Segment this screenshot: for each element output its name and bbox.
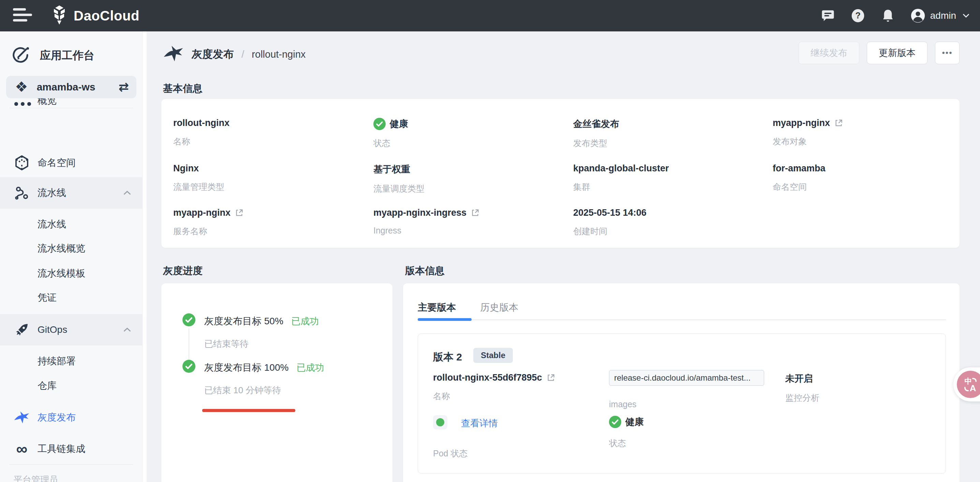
overview-dots-icon <box>14 102 31 106</box>
brand: DaoCloud <box>51 0 140 31</box>
field-service-name: myapp-nginx 服务名称 <box>173 207 244 237</box>
external-link-icon <box>546 373 555 382</box>
svg-text:?: ? <box>855 11 861 20</box>
update-version-button[interactable]: 更新版本 <box>867 41 928 64</box>
step1-success-icon <box>183 313 196 326</box>
pod-status-label: Pod 状态 <box>433 448 468 459</box>
top-navigation-bar: DaoCloud ? admin <box>0 0 980 31</box>
pod-status-dot-badge <box>433 415 447 429</box>
app-workbench-icon <box>11 46 30 65</box>
canary-bird-icon <box>14 409 30 426</box>
tab-divider <box>418 319 946 320</box>
page-actions: 继续发布 更新版本 ••• <box>799 41 959 64</box>
main-content: 灰度发布 / rollout-nginx 继续发布 更新版本 ••• 基本信息 … <box>146 31 980 482</box>
breadcrumb-section[interactable]: 灰度发布 <box>192 47 234 61</box>
health-check-icon <box>609 416 621 428</box>
field-release-type: 金丝雀发布 发布类型 <box>573 118 619 149</box>
sidebar-group-pipeline[interactable]: 流水线 <box>0 177 143 209</box>
field-cluster: kpanda-global-cluster 集群 <box>573 163 669 193</box>
version-2-panel: 版本 2 Stable rollout-nginx-55d6f7895c 名称 … <box>418 334 946 474</box>
daocloud-logo-icon <box>51 5 68 26</box>
external-link-icon <box>471 208 480 217</box>
pipeline-collapse-icon <box>121 187 133 199</box>
field-traffic-schedule-type: 基于权重 流量调度类型 <box>373 163 425 194</box>
basic-info-card: rollout-nginx 名称 健康 状态 金丝雀发布 发布类型 myapp-… <box>161 99 959 248</box>
sidebar-item-repository[interactable]: 仓库 <box>0 374 143 398</box>
sidebar-scrollbar-track[interactable] <box>143 31 146 482</box>
step2-status: 已成功 <box>297 362 324 373</box>
workspace-selector[interactable]: ❖ amamba-ws ⇄ <box>6 76 137 98</box>
external-link-icon <box>834 118 843 128</box>
breadcrumb: 灰度发布 / rollout-nginx <box>163 45 305 64</box>
field-ingress: myapp-nginx-ingress Ingress <box>373 207 480 236</box>
feedback-chat-icon[interactable] <box>821 8 835 23</box>
field-monitor: 未开启 监控分析 <box>785 372 819 404</box>
sidebar-item-pipeline[interactable]: 流水线 <box>0 212 143 236</box>
step2-title: 灰度发布目标 100% 已成功 <box>204 361 324 374</box>
field-namespace: for-amamba 命名空间 <box>773 163 826 193</box>
gitops-rocket-icon <box>14 322 30 338</box>
brand-name: DaoCloud <box>74 8 140 24</box>
namespace-cube-icon <box>14 155 30 171</box>
version-title: 版本信息 <box>405 264 445 278</box>
tab-history-version[interactable]: 历史版本 <box>480 301 518 314</box>
version-number: 版本 2 <box>433 350 462 364</box>
continue-release-button[interactable]: 继续发布 <box>799 41 859 64</box>
sidebar-section-divider <box>9 464 133 464</box>
progress-title: 灰度进度 <box>163 264 202 278</box>
workspace-icon: ❖ <box>15 80 28 94</box>
stable-badge: Stable <box>473 348 513 363</box>
version-card: 主要版本 历史版本 版本 2 Stable rollout-nginx-55d6… <box>403 283 959 482</box>
notifications-bell-icon[interactable] <box>880 8 896 23</box>
field-version-health: 健康 状态 <box>609 416 644 449</box>
red-underline-annotation <box>202 409 295 412</box>
step1-title: 灰度发布目标 50% 已成功 <box>204 315 319 328</box>
user-menu[interactable]: admin <box>910 8 971 23</box>
sidebar-item-toolchain[interactable]: ∞ 工具链集成 <box>0 433 143 464</box>
field-name: rollout-nginx 名称 <box>173 118 229 147</box>
tab-main-version[interactable]: 主要版本 <box>418 301 456 314</box>
sidebar: 应用工作台 概览 ❖ amamba-ws ⇄ 命名空间 流水线 流水线 流 <box>0 31 143 482</box>
field-status: 健康 状态 <box>373 118 408 149</box>
svg-text:A: A <box>970 383 976 393</box>
step-connector <box>189 329 189 361</box>
gitops-collapse-icon <box>121 324 133 335</box>
sidebar-product-title: 应用工作台 <box>0 44 143 68</box>
breadcrumb-current: rollout-nginx <box>251 49 305 60</box>
step2-success-icon <box>183 360 196 373</box>
images-value-box[interactable]: release-ci.daocloud.io/amamba-test... <box>609 370 764 386</box>
sidebar-group-gitops[interactable]: GitOps <box>0 314 143 345</box>
user-chevron-down-icon <box>961 11 971 21</box>
sidebar-item-pipeline-templates[interactable]: 流水线模板 <box>0 262 143 286</box>
pipeline-icon <box>14 185 30 201</box>
pod-green-dot <box>436 418 444 426</box>
sidebar-item-pipeline-overview[interactable]: 流水线概览 <box>0 236 143 260</box>
canary-bird-icon-dark <box>163 45 184 64</box>
field-traffic-mgmt-type: Nginx 流量管理类型 <box>173 163 224 193</box>
username: admin <box>930 10 956 21</box>
active-tab-indicator <box>418 318 472 321</box>
daocloud-canary-detail-page: DaoCloud ? admin <box>0 0 980 482</box>
field-created-at: 2025-05-15 14:06 创建时间 <box>573 207 646 237</box>
more-actions-button[interactable]: ••• <box>935 41 959 64</box>
sidebar-item-continuous-deploy[interactable]: 持续部署 <box>0 349 143 373</box>
external-link-icon <box>235 208 244 217</box>
toolchain-infinity-icon: ∞ <box>14 441 30 457</box>
sidebar-divider <box>9 108 133 108</box>
step1-status: 已成功 <box>291 316 319 326</box>
role-label: 平台管理员 <box>14 474 58 482</box>
progress-card: 灰度发布目标 50% 已成功 已结束等待 灰度发布目标 100% 已成功 已结束… <box>161 283 393 482</box>
help-icon[interactable]: ? <box>850 8 865 23</box>
sidebar-item-credentials[interactable]: 凭证 <box>0 286 143 310</box>
field-version-name: rollout-nginx-55d6f7895c 名称 <box>433 372 555 402</box>
workspace-switch-icon[interactable]: ⇄ <box>119 80 129 94</box>
images-label: images <box>609 399 636 409</box>
sidebar-item-canary-release[interactable]: 灰度发布 <box>0 402 143 433</box>
pod-detail-link[interactable]: 查看详情 <box>461 417 498 429</box>
avatar <box>910 8 926 23</box>
translate-button[interactable]: 中A <box>957 371 980 398</box>
hamburger-menu-icon[interactable] <box>13 8 33 23</box>
sidebar-item-namespaces[interactable]: 命名空间 <box>0 147 143 179</box>
basic-info-title: 基本信息 <box>163 82 202 96</box>
topbar-actions: ? admin <box>821 0 971 31</box>
